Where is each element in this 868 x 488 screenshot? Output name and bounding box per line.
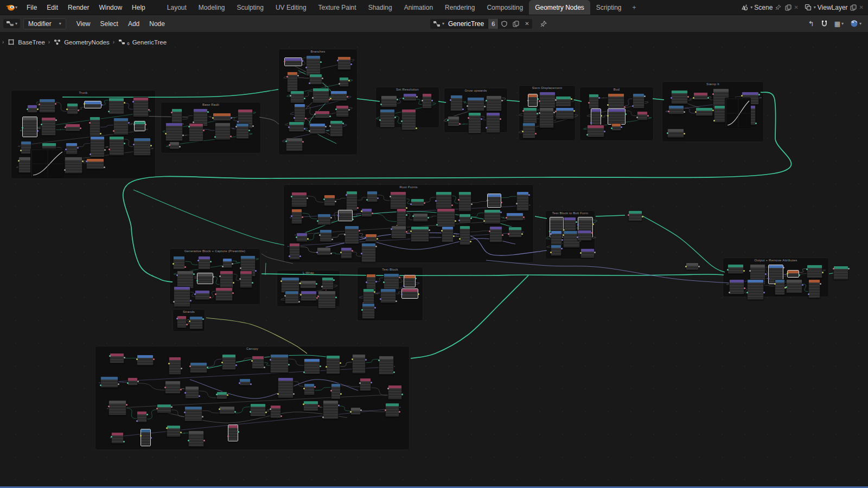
- node[interactable]: [169, 142, 180, 149]
- node[interactable]: [506, 213, 524, 221]
- node[interactable]: [587, 125, 604, 138]
- node[interactable]: [215, 123, 230, 139]
- node[interactable]: [551, 245, 561, 256]
- node[interactable]: [22, 117, 37, 137]
- node-socket[interactable]: [435, 200, 437, 202]
- node-socket[interactable]: [89, 122, 91, 124]
- node-socket[interactable]: [684, 111, 685, 113]
- node-socket[interactable]: [232, 292, 234, 294]
- node[interactable]: [219, 406, 235, 414]
- node-socket[interactable]: [252, 125, 254, 127]
- node[interactable]: [189, 123, 203, 142]
- node-socket[interactable]: [232, 263, 233, 265]
- node[interactable]: [195, 290, 210, 300]
- node-socket[interactable]: [590, 122, 592, 124]
- node-editor-canvas[interactable]: › BaseTree›GeometryNodes›6GenericTree Tr…: [0, 33, 868, 486]
- node-socket[interactable]: [418, 293, 419, 295]
- node[interactable]: [339, 77, 349, 86]
- node[interactable]: [291, 209, 302, 224]
- node-socket[interactable]: [128, 122, 130, 124]
- node-socket[interactable]: [296, 236, 297, 238]
- blender-menu-button[interactable]: ▾: [0, 0, 22, 15]
- node-socket[interactable]: [693, 97, 694, 99]
- snapping-magnet-icon[interactable]: [821, 20, 828, 27]
- node[interactable]: [27, 105, 37, 113]
- node[interactable]: [350, 407, 361, 414]
- node[interactable]: [360, 378, 371, 391]
- node-socket[interactable]: [604, 131, 605, 132]
- node[interactable]: [808, 279, 820, 298]
- node[interactable]: [285, 291, 299, 304]
- node-socket[interactable]: [758, 94, 760, 95]
- workspace-tab-uv-editing[interactable]: UV Editing: [270, 0, 312, 15]
- node[interactable]: [323, 400, 339, 419]
- node-socket[interactable]: [713, 120, 715, 121]
- node-socket[interactable]: [340, 252, 342, 253]
- node-socket[interactable]: [108, 406, 110, 407]
- go-to-parent-tree-icon[interactable]: ↰: [808, 20, 814, 28]
- node-socket[interactable]: [412, 215, 414, 217]
- node[interactable]: [304, 358, 321, 374]
- node[interactable]: [344, 226, 359, 244]
- node-socket[interactable]: [55, 119, 57, 121]
- node-socket[interactable]: [307, 197, 308, 199]
- node-socket[interactable]: [787, 273, 788, 274]
- node[interactable]: [508, 227, 522, 237]
- node[interactable]: [306, 55, 321, 76]
- node[interactable]: [608, 108, 626, 125]
- node-socket[interactable]: [314, 386, 316, 388]
- node-socket[interactable]: [687, 96, 689, 98]
- node-socket[interactable]: [571, 98, 572, 100]
- node[interactable]: [556, 107, 574, 119]
- node-socket[interactable]: [361, 309, 363, 311]
- node-socket[interactable]: [378, 359, 380, 361]
- node[interactable]: [189, 316, 203, 329]
- node[interactable]: [322, 277, 334, 290]
- node[interactable]: [411, 198, 425, 206]
- node[interactable]: [338, 210, 352, 221]
- node[interactable]: [384, 273, 399, 290]
- node-socket[interactable]: [108, 111, 110, 112]
- node[interactable]: [589, 94, 599, 109]
- node-socket[interactable]: [553, 112, 555, 113]
- node-socket[interactable]: [203, 130, 205, 131]
- node-socket[interactable]: [104, 166, 105, 168]
- node-socket[interactable]: [707, 97, 709, 99]
- node-socket[interactable]: [290, 95, 291, 97]
- node-socket[interactable]: [625, 113, 627, 115]
- workspace-tab-texture-paint[interactable]: Texture Paint: [312, 0, 362, 15]
- node[interactable]: [467, 97, 484, 112]
- node-socket[interactable]: [203, 440, 205, 441]
- breadcrumb-collapse-icon[interactable]: ›: [2, 39, 4, 45]
- node-tree-selector[interactable]: ▾ GenericTree 6 ✕: [430, 19, 532, 29]
- node[interactable]: [188, 431, 204, 447]
- node[interactable]: [326, 355, 340, 374]
- node[interactable]: [133, 138, 151, 156]
- node[interactable]: [522, 123, 535, 138]
- node[interactable]: [487, 194, 502, 208]
- node-socket[interactable]: [78, 110, 79, 111]
- node[interactable]: [84, 101, 101, 108]
- snap-mode-dropdown[interactable]: ▦ ▾: [834, 20, 844, 28]
- node[interactable]: [391, 226, 406, 239]
- pin-tree-icon[interactable]: [540, 20, 548, 28]
- node-socket[interactable]: [450, 99, 451, 101]
- node[interactable]: [411, 226, 429, 242]
- node[interactable]: [686, 262, 699, 270]
- node-socket[interactable]: [255, 270, 257, 272]
- node[interactable]: [611, 123, 622, 131]
- node[interactable]: [361, 243, 376, 262]
- node-socket[interactable]: [594, 252, 596, 253]
- node[interactable]: [100, 376, 119, 388]
- node[interactable]: [250, 403, 266, 416]
- node[interactable]: [291, 192, 307, 208]
- node-socket[interactable]: [227, 435, 229, 437]
- node[interactable]: [404, 275, 416, 287]
- node-socket[interactable]: [375, 281, 377, 282]
- node-socket[interactable]: [280, 415, 282, 417]
- node-socket[interactable]: [39, 104, 40, 105]
- node[interactable]: [169, 357, 181, 375]
- node[interactable]: [437, 208, 455, 227]
- node-socket[interactable]: [768, 278, 769, 279]
- node[interactable]: [448, 116, 459, 126]
